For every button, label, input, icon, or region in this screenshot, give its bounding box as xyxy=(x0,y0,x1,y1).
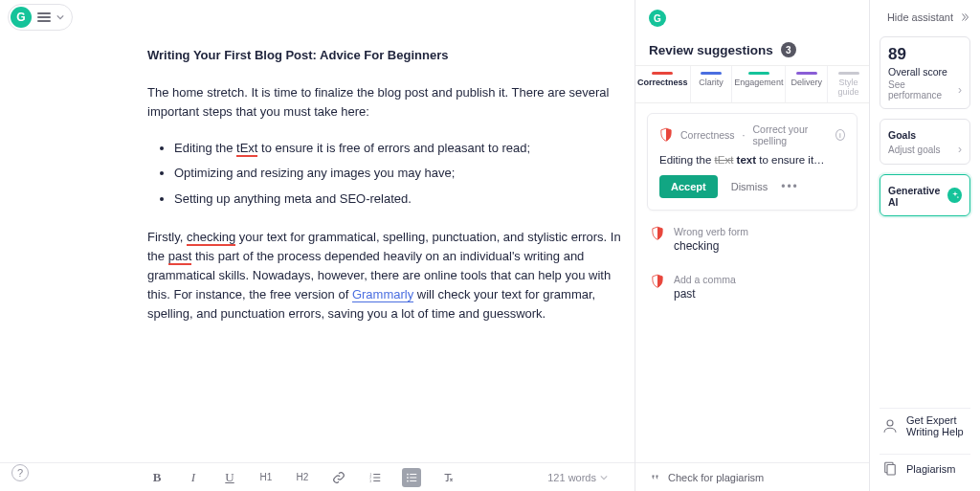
grammarly-logo-icon: G xyxy=(11,7,32,28)
bullet-list-button[interactable] xyxy=(402,468,421,487)
suggested-text: text xyxy=(737,154,756,166)
see-performance-label: See performance xyxy=(888,79,958,100)
bullet-list[interactable]: Editing the tExt to ensure it is free of… xyxy=(174,139,635,208)
generative-ai-card[interactable]: Generative AI xyxy=(880,174,970,216)
svg-rect-8 xyxy=(887,465,895,476)
tab-delivery[interactable]: Delivery xyxy=(786,66,828,102)
help-button[interactable]: ? xyxy=(11,464,29,481)
paragraph[interactable]: The home stretch. It is time to finalize… xyxy=(147,83,635,122)
paragraph[interactable]: Firstly, checking your text for grammati… xyxy=(147,228,635,324)
clear-formatting-button[interactable] xyxy=(438,468,457,487)
tab-label: Engagement xyxy=(734,78,783,87)
text: Firstly, xyxy=(147,230,187,244)
list-item[interactable]: Editing the tExt to ensure it is free of… xyxy=(174,139,635,158)
document-title[interactable]: Writing Your First Blog Post: Advice For… xyxy=(147,48,635,62)
hide-assistant-button[interactable]: Hide assistant xyxy=(880,8,970,27)
plagiarism-label: Plagiarism xyxy=(906,463,955,475)
expert-icon xyxy=(881,417,899,435)
menu-icon xyxy=(37,12,51,22)
grammar-error[interactable]: checking xyxy=(187,230,235,246)
tab-label: Delivery xyxy=(791,78,823,87)
accept-button[interactable]: Accept xyxy=(659,175,718,198)
editor-column: G Writing Your First Blog Post: Advice F… xyxy=(0,0,635,491)
link-grammarly[interactable]: Grammarly xyxy=(352,287,413,302)
svg-point-4 xyxy=(407,477,409,479)
grammar-error[interactable]: past xyxy=(168,249,192,265)
logo-menu-pill[interactable]: G xyxy=(8,4,73,31)
text: to ensure it… xyxy=(756,154,825,166)
suggestions-panel: G Review suggestions 3 Correctness Clari… xyxy=(635,0,870,491)
adjust-goals-label: Adjust goals xyxy=(888,145,940,155)
caret-down-icon xyxy=(56,13,64,21)
svg-point-5 xyxy=(407,480,409,481)
grammarly-logo-icon: G xyxy=(649,10,666,27)
spelling-error[interactable]: tExt xyxy=(236,141,257,157)
tab-engagement[interactable]: Engagement xyxy=(732,66,786,102)
suggestion-card-collapsed[interactable]: Wrong verb form checking xyxy=(647,220,858,258)
sparkle-icon xyxy=(947,188,962,203)
tab-label: Correctness xyxy=(637,78,688,87)
card-category: Correctness xyxy=(680,129,735,141)
heading1-button[interactable]: H1 xyxy=(256,468,276,487)
italic-button[interactable]: I xyxy=(184,468,203,487)
info-icon[interactable]: i xyxy=(835,129,845,141)
chevron-right-icon: › xyxy=(958,83,962,97)
list-item[interactable]: Optimizing and resizing any images you m… xyxy=(174,164,635,183)
assistant-rail: Hide assistant 89 Overall score See perf… xyxy=(870,0,980,491)
plagiarism-button[interactable]: Plagiarism xyxy=(880,454,970,483)
shield-icon xyxy=(651,274,664,289)
text: Editing the xyxy=(174,141,236,155)
svg-point-3 xyxy=(407,473,409,475)
quote-icon xyxy=(649,472,660,483)
word-count-text: 121 words xyxy=(547,472,596,483)
goals-card[interactable]: Goals Adjust goals› xyxy=(880,119,970,165)
footer-label: Check for plagiarism xyxy=(668,472,764,483)
format-toolbar: B I U H1 H2 123 121 words xyxy=(0,462,635,491)
shield-icon xyxy=(659,127,673,143)
expert-help-label-1: Get Expert xyxy=(906,414,964,427)
suggestions-title: Review suggestions xyxy=(649,43,773,57)
suggestions-header: G Review suggestions 3 xyxy=(635,0,869,65)
chevrons-right-icon xyxy=(959,11,970,23)
shield-icon xyxy=(651,226,664,241)
expert-help-button[interactable]: Get Expert Writing Help xyxy=(880,408,970,444)
card-rule: Add a comma xyxy=(674,274,736,285)
svg-text:3: 3 xyxy=(369,479,371,482)
overall-score-label: Overall score xyxy=(888,66,962,78)
strike-text: tExt xyxy=(715,154,734,166)
chevron-right-icon: › xyxy=(958,143,962,156)
tab-style-guide[interactable]: Style guide xyxy=(828,66,869,102)
score-card[interactable]: 89 Overall score See performance› xyxy=(880,36,970,109)
more-options-button[interactable]: ••• xyxy=(781,180,799,193)
link-button[interactable] xyxy=(329,468,348,487)
caret-down-icon xyxy=(600,474,608,481)
numbered-list-icon: 123 xyxy=(368,471,382,484)
document[interactable]: Writing Your First Blog Post: Advice For… xyxy=(147,34,635,324)
overall-score-value: 89 xyxy=(888,45,962,64)
text: to ensure it is free of errors and pleas… xyxy=(257,141,530,155)
suggestion-cards: Correctness · Correct your spelling i Ed… xyxy=(635,103,869,462)
list-item[interactable]: Setting up anything meta and SEO-related… xyxy=(174,190,635,209)
clear-format-icon xyxy=(441,471,455,484)
heading2-button[interactable]: H2 xyxy=(293,468,312,487)
svg-point-6 xyxy=(887,420,893,426)
document-scroll-area[interactable]: Writing Your First Blog Post: Advice For… xyxy=(0,34,635,462)
hide-assistant-label: Hide assistant xyxy=(887,11,953,23)
suggestion-card-collapsed[interactable]: Add a comma past xyxy=(647,268,858,306)
suggestion-tabs: Correctness Clarity Engagement Delivery … xyxy=(635,65,869,103)
tab-clarity[interactable]: Clarity xyxy=(691,66,733,102)
bullet-list-icon xyxy=(405,471,418,484)
expert-help-label-2: Writing Help xyxy=(906,426,964,438)
bold-button[interactable]: B xyxy=(147,468,167,487)
check-plagiarism-button[interactable]: Check for plagiarism xyxy=(635,462,869,491)
link-icon xyxy=(332,471,345,484)
word-count[interactable]: 121 words xyxy=(547,472,608,483)
dismiss-button[interactable]: Dismiss xyxy=(731,181,768,192)
generative-ai-label: Generative AI xyxy=(888,185,947,208)
text: Optimizing and resizing any images you m… xyxy=(174,166,455,180)
tab-correctness[interactable]: Correctness xyxy=(635,66,691,102)
underline-button[interactable]: U xyxy=(220,468,239,487)
numbered-list-button[interactable]: 123 xyxy=(366,468,385,487)
card-rule: Wrong verb form xyxy=(674,226,748,237)
suggestion-card-expanded[interactable]: Correctness · Correct your spelling i Ed… xyxy=(647,113,858,211)
